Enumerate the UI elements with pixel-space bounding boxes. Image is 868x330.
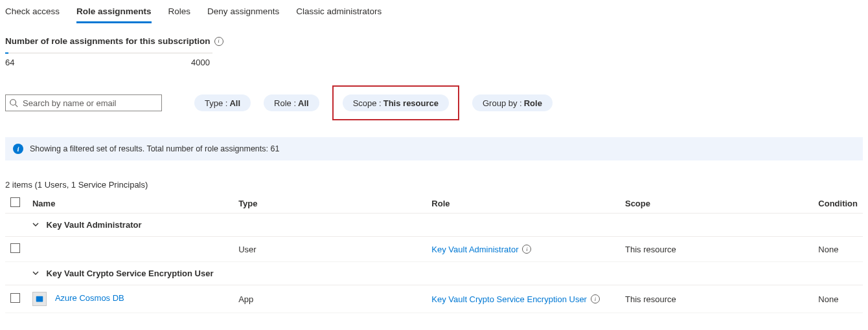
column-header-scope[interactable]: Scope: [620, 193, 813, 214]
subscription-count-current: 64: [5, 58, 14, 67]
group-title: Key Vault Administrator: [47, 220, 142, 230]
info-icon[interactable]: i: [214, 37, 223, 46]
search-input-wrapper: [5, 94, 162, 111]
role-link[interactable]: Key Vault Crypto Service Encryption User: [431, 294, 587, 304]
tab-bar: Check access Role assignments Roles Deny…: [0, 0, 868, 23]
cell-scope: This resource: [620, 285, 813, 313]
info-icon[interactable]: i: [522, 245, 531, 254]
principal-link[interactable]: Azure Cosmos DB: [55, 293, 124, 303]
cell-type: User: [233, 237, 426, 262]
filter-type[interactable]: Type :All: [194, 94, 251, 111]
info-icon: i: [13, 144, 23, 154]
results-info-banner: i Showing a filtered set of results. Tot…: [5, 137, 863, 160]
cell-name: [27, 237, 233, 262]
select-all-checkbox[interactable]: [10, 197, 20, 207]
svg-point-0: [10, 100, 16, 105]
cell-scope: This resource: [620, 237, 813, 262]
tab-role-assignments[interactable]: Role assignments: [76, 4, 152, 23]
tab-classic-administrators[interactable]: Classic administrators: [296, 4, 382, 23]
svg-rect-2: [36, 296, 43, 302]
subscription-count-progress: 64 4000: [5, 52, 212, 67]
svg-line-1: [16, 105, 18, 107]
cell-condition: None: [813, 285, 863, 313]
column-header-role[interactable]: Role: [426, 193, 620, 214]
tab-deny-assignments[interactable]: Deny assignments: [207, 4, 279, 23]
app-icon: [32, 292, 47, 306]
subscription-count-max: 4000: [191, 58, 210, 67]
filter-group-by[interactable]: Group by :Role: [472, 94, 553, 111]
column-header-type[interactable]: Type: [233, 193, 426, 214]
row-checkbox[interactable]: [10, 243, 20, 253]
column-header-name[interactable]: Name: [27, 193, 233, 214]
filter-scope-highlight: Scope :This resource: [332, 85, 459, 120]
results-summary: 2 items (1 Users, 1 Service Principals): [0, 160, 868, 193]
tab-roles[interactable]: Roles: [168, 4, 191, 23]
cell-type: App: [233, 285, 426, 313]
column-header-condition[interactable]: Condition: [813, 193, 863, 214]
tab-check-access[interactable]: Check access: [5, 4, 60, 23]
group-row[interactable]: Key Vault Crypto Service Encryption User: [5, 262, 863, 285]
search-icon: [9, 98, 18, 107]
table-row: User Key Vault Administrator i This reso…: [5, 237, 863, 262]
row-checkbox[interactable]: [10, 293, 20, 303]
chevron-down-icon: [32, 269, 39, 275]
search-input[interactable]: [5, 94, 162, 111]
role-link[interactable]: Key Vault Administrator: [431, 245, 518, 254]
role-assignments-table: Name Type Role Scope Condition Key Vault…: [5, 193, 863, 313]
group-row[interactable]: Key Vault Administrator: [5, 214, 863, 237]
subscription-count-label: Number of role assignments for this subs…: [5, 36, 211, 46]
info-icon[interactable]: i: [591, 294, 600, 303]
chevron-down-icon: [32, 220, 39, 226]
filter-role[interactable]: Role :All: [264, 94, 319, 111]
cell-condition: None: [813, 237, 863, 262]
results-info-text: Showing a filtered set of results. Total…: [30, 144, 279, 153]
group-title: Key Vault Crypto Service Encryption User: [47, 269, 214, 278]
table-row: Azure Cosmos DB App Key Vault Crypto Ser…: [5, 285, 863, 313]
filter-scope[interactable]: Scope :This resource: [343, 94, 449, 111]
